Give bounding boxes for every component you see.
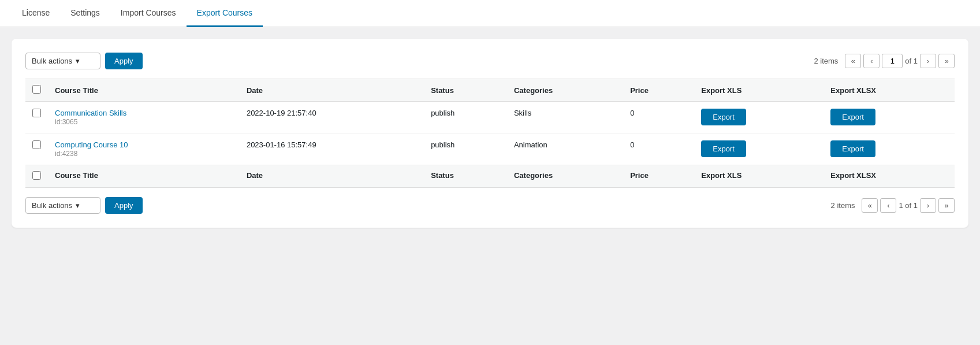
header-course-title: Course Title	[48, 79, 240, 102]
footer-price: Price	[623, 165, 694, 188]
main-content: Bulk actions ▾ Apply 2 items « ‹ of 1 › …	[0, 27, 980, 239]
page-input-top[interactable]	[882, 54, 903, 68]
chevron-down-icon-bottom: ▾	[76, 201, 80, 210]
row1-status: publish	[424, 102, 507, 133]
header-price: Price	[623, 79, 694, 102]
page-of-bottom: 1 of 1	[899, 201, 918, 210]
row2-export-xls-button[interactable]: Export	[701, 140, 746, 157]
bottom-pagination: 2 items « ‹ 1 of 1 › »	[831, 198, 955, 213]
prev-page-btn-bottom[interactable]: ‹	[880, 198, 896, 213]
table-row: Communication Skills id:3065 2022-10-19 …	[25, 102, 955, 133]
row1-categories: Skills	[507, 102, 623, 133]
row1-export-xls-col: Export	[694, 102, 824, 133]
next-page-btn-bottom[interactable]: ›	[920, 198, 936, 213]
bulk-actions-label-bottom: Bulk actions	[32, 201, 72, 210]
select-all-checkbox-bottom[interactable]	[32, 171, 41, 180]
row2-export-xls-col: Export	[694, 133, 824, 165]
table-header-row: Course Title Date Status Categories Pric…	[25, 79, 955, 102]
apply-button-bottom[interactable]: Apply	[105, 197, 143, 214]
header-export-xlsx: Export XLSX	[824, 79, 955, 102]
row2-price: 0	[623, 133, 694, 165]
footer-export-xlsx: Export XLSX	[824, 165, 955, 188]
row2-checkbox[interactable]	[32, 140, 41, 149]
row1-course-id: id:3065	[55, 118, 77, 126]
items-count-bottom: 2 items	[831, 201, 855, 210]
top-pagination: 2 items « ‹ of 1 › »	[814, 54, 955, 68]
row2-export-xlsx-col: Export	[824, 133, 955, 165]
row2-export-xlsx-button[interactable]: Export	[830, 140, 875, 157]
bulk-actions-label-top: Bulk actions	[32, 57, 72, 65]
bottom-toolbar-left: Bulk actions ▾ Apply	[25, 197, 143, 214]
footer-categories: Categories	[507, 165, 623, 188]
row2-date: 2023-01-16 15:57:49	[240, 133, 424, 165]
bulk-actions-dropdown-bottom[interactable]: Bulk actions ▾	[25, 197, 100, 214]
apply-button-top[interactable]: Apply	[105, 53, 143, 69]
table-row: Computing Course 10 id:4238 2023-01-16 1…	[25, 133, 955, 165]
row2-categories: Animation	[507, 133, 623, 165]
header-categories: Categories	[507, 79, 623, 102]
tab-export-courses[interactable]: Export Courses	[187, 0, 263, 27]
header-status: Status	[424, 79, 507, 102]
row2-checkbox-col	[25, 133, 48, 165]
courses-card: Bulk actions ▾ Apply 2 items « ‹ of 1 › …	[12, 39, 968, 228]
row2-title-col: Computing Course 10 id:4238	[48, 133, 240, 165]
row1-date: 2022-10-19 21:57:40	[240, 102, 424, 133]
tab-license[interactable]: License	[12, 0, 60, 27]
tab-settings[interactable]: Settings	[60, 0, 110, 27]
table-footer-row: Course Title Date Status Categories Pric…	[25, 165, 955, 188]
header-checkbox-col	[25, 79, 48, 102]
row1-checkbox[interactable]	[32, 109, 41, 117]
row1-export-xlsx-button[interactable]: Export	[830, 109, 875, 125]
first-page-btn-bottom[interactable]: «	[862, 198, 878, 213]
footer-date: Date	[240, 165, 424, 188]
row1-price: 0	[623, 102, 694, 133]
footer-export-xls: Export XLS	[694, 165, 824, 188]
top-toolbar-left: Bulk actions ▾ Apply	[25, 53, 143, 69]
tab-import-courses[interactable]: Import Courses	[110, 0, 187, 27]
items-count-top: 2 items	[814, 57, 838, 65]
bottom-toolbar: Bulk actions ▾ Apply 2 items « ‹ 1 of 1 …	[25, 197, 955, 214]
next-page-btn-top[interactable]: ›	[920, 54, 936, 68]
footer-checkbox-col	[25, 165, 48, 188]
row2-course-id: id:4238	[55, 150, 77, 158]
header-export-xls: Export XLS	[694, 79, 824, 102]
of-text-top: of 1	[905, 57, 918, 65]
courses-table: Course Title Date Status Categories Pric…	[25, 79, 955, 188]
first-page-btn-top[interactable]: «	[845, 54, 861, 68]
footer-status: Status	[424, 165, 507, 188]
top-nav: License Settings Import Courses Export C…	[0, 0, 980, 27]
row1-title-link[interactable]: Communication Skills	[55, 109, 126, 117]
prev-page-btn-top[interactable]: ‹	[863, 54, 880, 68]
row1-title-col: Communication Skills id:3065	[48, 102, 240, 133]
last-page-btn-top[interactable]: »	[938, 54, 955, 68]
row1-export-xlsx-col: Export	[824, 102, 955, 133]
row1-checkbox-col	[25, 102, 48, 133]
select-all-checkbox-top[interactable]	[32, 85, 41, 94]
footer-course-title: Course Title	[48, 165, 240, 188]
last-page-btn-bottom[interactable]: »	[938, 198, 955, 213]
header-date: Date	[240, 79, 424, 102]
chevron-down-icon: ▾	[76, 57, 80, 65]
row1-export-xls-button[interactable]: Export	[701, 109, 746, 125]
row2-status: publish	[424, 133, 507, 165]
row2-title-link[interactable]: Computing Course 10	[55, 140, 128, 149]
top-toolbar: Bulk actions ▾ Apply 2 items « ‹ of 1 › …	[25, 53, 955, 69]
bulk-actions-dropdown-top[interactable]: Bulk actions ▾	[25, 53, 100, 69]
